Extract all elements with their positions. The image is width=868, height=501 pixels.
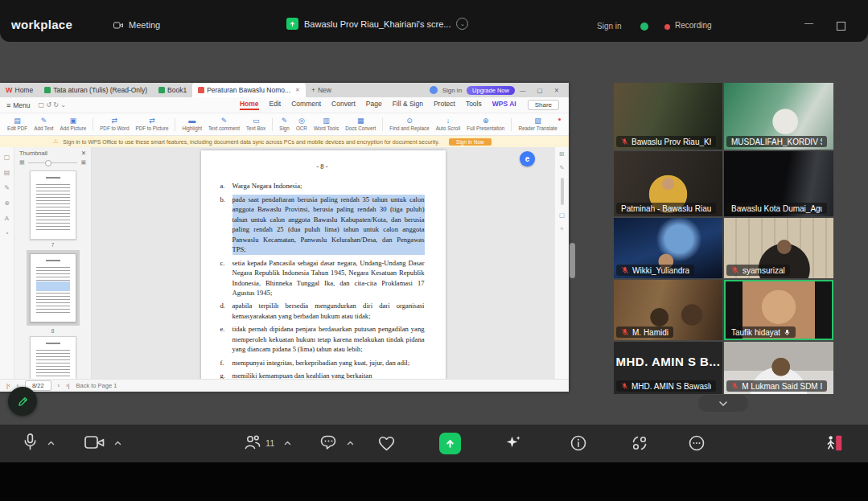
pdf-share-button[interactable]: Share [528,100,559,110]
minimize-button[interactable]: — [804,18,813,27]
menu-item[interactable]: Fill & Sign [393,100,423,110]
annotation-panel-icon[interactable]: ✎ [4,184,10,191]
next-page-icon[interactable]: › [58,382,60,389]
close-icon[interactable]: ✕ [81,150,86,157]
ribbon-item[interactable]: ✎ Sign [277,117,292,131]
video-tile[interactable]: Bawaslu Kota Dumai_Agu... [724,151,833,216]
menu-item[interactable]: Edit [269,100,282,110]
thumbnail-zoom-slider[interactable]: ▦ ▣ [14,159,91,166]
video-tile[interactable]: M. Hamidi [614,280,722,340]
video-tile[interactable]: MHD. AMIN S B... MHD. AMIN S Bawaslu... [614,342,722,394]
chat-options-chevron[interactable] [346,440,355,446]
camera-options-chevron[interactable] [113,440,122,446]
first-page-icon[interactable]: |‹ [6,382,10,389]
video-tile[interactable]: syamsurizal [724,218,833,278]
info-button[interactable] [569,433,588,453]
bookmark-panel-icon[interactable]: ▤ [4,169,10,176]
text-tool-icon[interactable]: A [5,215,9,222]
ribbon-item[interactable]: ⊕ Full Presentation [464,117,507,131]
participants-count: 11 [265,438,274,448]
page-thumbnail-7[interactable] [30,170,76,240]
menu-label[interactable]: Menu [13,101,30,109]
tab-word-document[interactable]: Tata aturan (Tulis) (Read-Only) [39,83,153,97]
workspace-label: workplace [11,18,72,31]
page-thumbnail-9[interactable] [30,336,76,379]
window-controls[interactable]: — ▢ ✕ [520,87,564,94]
edit-tool-icon[interactable]: ✎ [559,164,564,171]
sparkle-tool-icon[interactable]: ✧ [559,225,564,232]
tab-meeting[interactable]: Meeting [113,20,160,30]
menu-item[interactable]: WPS AI [492,100,516,110]
breakout-rooms-button[interactable] [630,433,649,453]
video-tile[interactable]: Wikki_Yuliandra [614,218,722,278]
ribbon-item[interactable]: ◎ OCR [294,117,310,131]
video-tile[interactable]: Bawaslu Prov Riau_Kh... [614,83,722,150]
ribbon-item[interactable]: ⇄ PDF to Picture [133,117,171,131]
back-to-page-link[interactable]: Back to Page 1 [76,382,117,389]
menu-item[interactable]: Page [366,100,382,110]
pdf-sign-in-link[interactable]: Sign in [442,87,462,94]
ai-assistant-button[interactable] [504,433,523,452]
maximize-button[interactable] [837,22,845,31]
participant-name: M. Hamidi [632,328,668,337]
new-tab-button[interactable]: + New [306,83,337,97]
upgrade-button[interactable]: Upgrade Now [467,86,515,95]
tab-excel-document[interactable]: Book1 [153,83,192,97]
leave-meeting-button[interactable] [824,433,845,454]
banner-sign-in-button[interactable]: Sign in Now [449,138,492,146]
shared-screen-scrollbar[interactable] [570,243,575,278]
search-icon[interactable]: ⊕ [4,199,10,207]
video-tile[interactable]: M Lukman Said SDM I... [724,342,833,394]
ribbon-item[interactable]: ▬ Highlight [179,117,204,131]
reactions-button[interactable] [376,433,397,452]
ribbon-item[interactable]: ▣ Add Picture [58,117,89,131]
hamburger-icon[interactable]: ≡ [6,101,10,109]
ribbon-item[interactable]: ▥ Word Tools [311,117,341,131]
participants-options-chevron[interactable] [283,440,292,446]
menu-item[interactable]: Comment [291,100,321,110]
ribbon-item[interactable]: ✎ Text comment [206,117,242,131]
clock-icon[interactable]: ◔ [5,230,9,237]
sign-in-link[interactable]: Sign in [597,22,622,31]
menu-item[interactable]: Home [240,100,259,110]
chevron-down-icon[interactable]: ⌄ [456,18,468,30]
menu-item[interactable]: Tools [466,100,482,110]
quick-access-icons[interactable]: ▢ ↺ ↻ ⌄ [39,101,66,109]
floating-assistant-button[interactable]: e [520,151,535,166]
ribbon-item[interactable]: ▦ Docs Convert [343,117,378,131]
collapse-video-grid-button[interactable] [698,395,748,412]
pan-tool-icon[interactable]: ⊞ [559,150,564,158]
tab-wps-home[interactable]: W Home [0,83,39,97]
camera-button[interactable] [84,434,105,450]
microphone-button[interactable] [21,432,39,452]
ribbon-item[interactable]: ⇄ PDF to Word [97,117,131,131]
video-tile[interactable]: MUSDALIFAH_KORDIV SD... [724,83,833,150]
more-options-button[interactable] [687,433,706,453]
participants-button[interactable] [243,433,262,451]
video-tile[interactable]: Patminah - Bawaslu Riau [614,151,722,216]
menu-item[interactable]: Convert [331,100,356,110]
ribbon-item[interactable]: ▧ Reader Translate [516,117,559,131]
ribbon-item[interactable]: ▭ Text Box [244,117,268,131]
ribbon-item[interactable]: ↓ Auto Scroll [434,117,463,131]
menu-item[interactable]: Protect [434,100,455,110]
microphone-options-chevron[interactable] [47,440,56,446]
document-scrollbar[interactable] [561,178,564,205]
close-tab-icon[interactable]: ✕ [295,87,300,93]
video-tile-active-speaker[interactable]: Taufik hidayat [724,280,833,340]
ribbon-item-icon: ✎ [41,117,47,125]
chat-button[interactable] [319,433,338,452]
shared-screen-tab[interactable]: Bawaslu Prov Riau_Khairiani's scre... ⌄ [286,18,468,30]
thumbnail-panel-icon[interactable]: ▢ [4,154,10,161]
ribbon-item[interactable]: ▤ Edit PDF [5,117,30,131]
page-thumbnail-8-selected[interactable] [30,253,76,322]
stamp-tool-icon[interactable]: ▢ [559,211,565,219]
tab-pdf-document-active[interactable]: Peraturan Bawaslu Nomo... ✕ [192,83,306,97]
document-view-area[interactable]: - 8 - a. Warga Negara Indonesia; b. pada… [92,147,554,379]
last-page-icon[interactable]: ›| [66,382,69,389]
ribbon-item[interactable]: ⊙ Find and Replace [387,117,431,131]
annotate-button[interactable] [8,387,37,416]
ribbon-item[interactable]: ✎ Add Text [31,117,56,131]
share-screen-button[interactable] [439,433,461,454]
avatar[interactable] [430,86,438,94]
